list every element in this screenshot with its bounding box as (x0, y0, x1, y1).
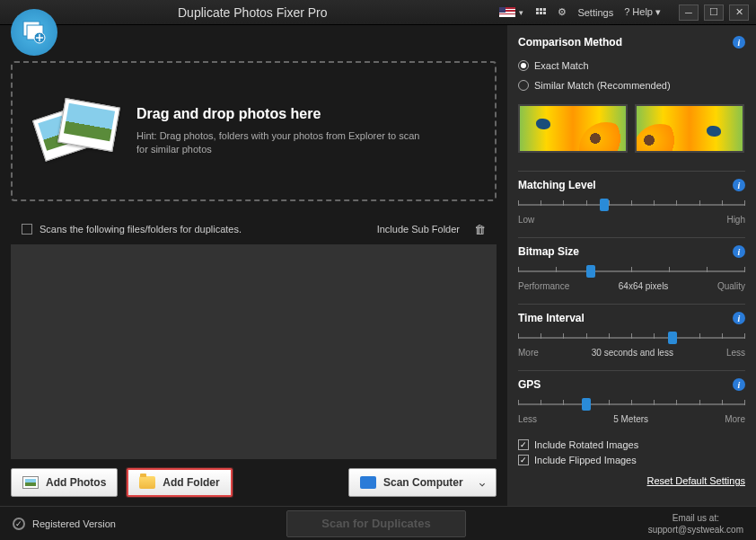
monitor-icon (360, 476, 376, 489)
radio-icon (518, 80, 529, 91)
bitmap-size-slider[interactable] (518, 265, 745, 278)
language-flag-icon[interactable] (499, 7, 515, 17)
bitmap-size-value: 64x64 pixels (619, 281, 669, 291)
slider-label-performance: Performance (518, 281, 569, 291)
dropzone-hint: Hint: Drag photos, folders with your pho… (136, 129, 424, 157)
time-interval-slider[interactable] (518, 332, 745, 344)
time-interval-title: Time Interval (518, 312, 585, 324)
preview-image-1 (518, 104, 628, 153)
email-info: Email us at: support@systweak.com (648, 512, 743, 536)
scan-for-duplicates-button[interactable]: Scan for Duplicates (286, 510, 466, 537)
similar-match-radio[interactable]: Similar Match (Recommended) (518, 80, 745, 91)
scan-computer-dropdown[interactable]: Scan Computer ⌵ (348, 468, 497, 497)
right-panel: Comparison Method i Exact Match Similar … (507, 25, 756, 506)
info-icon[interactable]: i (733, 36, 745, 49)
time-interval-value: 30 seconds and less (592, 348, 673, 358)
exact-match-label: Exact Match (534, 60, 589, 71)
minimize-button[interactable]: ─ (679, 4, 699, 21)
app-title: Duplicate Photos Fixer Pro (178, 5, 328, 20)
svg-rect-8 (543, 12, 546, 14)
list-header: Scans the following files/folders for du… (11, 214, 497, 244)
slider-label-high: High (726, 215, 745, 225)
folder-icon (139, 476, 155, 489)
reset-default-link[interactable]: Reset Default Settings (518, 475, 745, 486)
scan-computer-label: Scan Computer (383, 476, 463, 489)
titlebar: Duplicate Photos Fixer Pro ▾ ⚙ Settings … (0, 0, 756, 25)
photo-stack-icon (38, 95, 117, 167)
help-link[interactable]: ? Help ▾ (624, 6, 661, 18)
preview-image-2 (635, 104, 744, 153)
similar-match-label: Similar Match (Recommended) (534, 80, 671, 91)
svg-rect-6 (540, 12, 542, 14)
slider-label-more: More (725, 414, 745, 424)
footer: ✓ Registered Version Scan for Duplicates… (0, 506, 756, 540)
app-logo (11, 9, 57, 56)
registered-label: Registered Version (32, 518, 116, 529)
comparison-method-title: Comparison Method (518, 36, 622, 49)
list-header-label: Scans the following files/folders for du… (40, 224, 242, 235)
left-panel: Drag and drop photos here Hint: Drag pho… (0, 25, 507, 506)
info-icon[interactable]: i (733, 312, 745, 324)
select-all-checkbox[interactable] (22, 224, 32, 235)
slider-label-low: Low (518, 215, 534, 225)
gps-slider[interactable] (518, 398, 745, 411)
svg-rect-3 (536, 8, 539, 11)
slider-label-more: More (518, 348, 539, 358)
slider-label-less: Less (726, 348, 745, 358)
dropzone-heading: Drag and drop photos here (136, 106, 424, 122)
svg-rect-4 (540, 8, 542, 11)
email-label: Email us at: (648, 512, 743, 524)
bitmap-size-title: Bitmap Size (518, 245, 579, 258)
include-rotated-label: Include Rotated Images (534, 439, 638, 450)
email-address[interactable]: support@systweak.com (648, 524, 743, 536)
include-flipped-label: Include Flipped Images (534, 455, 637, 465)
slider-label-less: Less (518, 414, 537, 424)
settings-link[interactable]: Settings (577, 7, 613, 18)
add-folder-label: Add Folder (163, 476, 219, 489)
grid-icon[interactable] (534, 6, 547, 19)
gps-value: 5 Meters (613, 414, 648, 424)
info-icon[interactable]: i (733, 245, 745, 258)
checkbox-icon: ✓ (518, 455, 529, 465)
chevron-down-icon: ⌵ (479, 478, 485, 488)
exact-match-radio[interactable]: Exact Match (518, 60, 745, 71)
registered-check-icon: ✓ (13, 518, 25, 530)
info-icon[interactable]: i (733, 179, 745, 191)
checkbox-icon: ✓ (518, 439, 529, 450)
maximize-button[interactable]: ☐ (704, 4, 724, 21)
file-list-area (11, 244, 497, 459)
gear-icon: ⚙ (558, 6, 567, 18)
svg-rect-5 (536, 12, 539, 14)
radio-icon (518, 60, 529, 71)
include-subfolder-label[interactable]: Include Sub Folder (377, 224, 460, 235)
slider-label-quality: Quality (717, 281, 745, 291)
info-icon[interactable]: i (733, 378, 745, 391)
close-button[interactable]: ✕ (729, 4, 749, 21)
trash-icon[interactable]: 🗑 (474, 223, 486, 236)
include-rotated-checkbox[interactable]: ✓ Include Rotated Images (518, 439, 745, 450)
gps-title: GPS (518, 378, 541, 391)
language-dropdown-arrow[interactable]: ▾ (519, 8, 523, 17)
matching-level-title: Matching Level (518, 179, 596, 191)
include-flipped-checkbox[interactable]: ✓ Include Flipped Images (518, 455, 745, 465)
matching-level-slider[interactable] (518, 199, 745, 211)
photo-icon (22, 476, 39, 489)
add-folder-button[interactable]: Add Folder (127, 468, 232, 497)
add-photos-button[interactable]: Add Photos (11, 468, 118, 497)
svg-rect-7 (543, 8, 546, 11)
add-photos-label: Add Photos (46, 476, 106, 489)
dropzone[interactable]: Drag and drop photos here Hint: Drag pho… (11, 61, 497, 201)
